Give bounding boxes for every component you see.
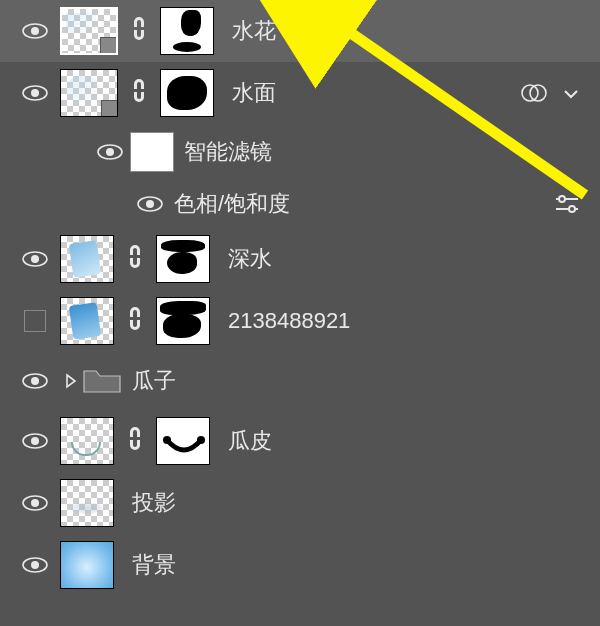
layer-thumbnail[interactable]: [60, 479, 114, 527]
smart-filter-group[interactable]: 智能滤镜: [0, 124, 600, 180]
eye-icon: [22, 433, 48, 449]
visibility-toggle[interactable]: [10, 310, 60, 332]
layer-name[interactable]: 背景: [132, 550, 176, 580]
link-icon[interactable]: [122, 301, 148, 341]
smart-filter-item[interactable]: 色相/饱和度: [0, 180, 600, 228]
layer-mask[interactable]: [160, 69, 214, 117]
visibility-toggle[interactable]: [10, 85, 60, 101]
layer-row-deepwater[interactable]: 深水: [0, 228, 600, 290]
svg-point-25: [31, 561, 39, 569]
link-icon[interactable]: [126, 73, 152, 113]
layer-name[interactable]: 瓜皮: [228, 426, 272, 456]
folder-icon: [82, 366, 122, 396]
filter-mask-thumbnail[interactable]: [130, 132, 174, 172]
svg-point-9: [146, 200, 154, 208]
svg-point-20: [163, 436, 171, 444]
layer-content: 背景: [60, 541, 600, 589]
layer-thumbnail[interactable]: [60, 7, 118, 55]
svg-point-12: [559, 196, 565, 202]
layer-name[interactable]: 瓜子: [132, 366, 176, 396]
svg-point-19: [31, 437, 39, 445]
filter-name[interactable]: 色相/饱和度: [174, 189, 290, 219]
eye-icon: [22, 23, 48, 39]
layer-mask[interactable]: [156, 235, 210, 283]
layer-mask[interactable]: [156, 297, 210, 345]
svg-point-1: [31, 27, 39, 35]
svg-point-23: [31, 499, 39, 507]
filter-group-label: 智能滤镜: [184, 137, 272, 167]
layer-content: 水花: [60, 7, 600, 55]
eye-icon: [22, 85, 48, 101]
visibility-toggle[interactable]: [10, 557, 60, 573]
layer-thumbnail[interactable]: [60, 69, 118, 117]
layer-group-seeds[interactable]: 瓜子: [0, 352, 600, 410]
eye-icon: [22, 373, 48, 389]
filter-settings-icon[interactable]: [554, 194, 580, 214]
expand-chevron-icon[interactable]: [60, 370, 82, 392]
visibility-toggle[interactable]: [10, 251, 60, 267]
layer-name[interactable]: 水面: [232, 78, 276, 108]
layer-thumbnail[interactable]: [60, 417, 114, 465]
layer-row-background[interactable]: 背景: [0, 534, 600, 596]
layer-content: 投影: [60, 479, 600, 527]
eye-icon: [22, 557, 48, 573]
layer-thumbnail[interactable]: [60, 297, 114, 345]
svg-point-7: [106, 148, 114, 156]
visibility-toggle[interactable]: [130, 196, 170, 212]
layer-content: 水面: [60, 69, 600, 117]
svg-point-21: [197, 436, 205, 444]
layer-name[interactable]: 深水: [228, 244, 272, 274]
svg-point-13: [569, 206, 575, 212]
eye-icon: [97, 144, 123, 160]
layer-row-surface[interactable]: 水面: [0, 62, 600, 124]
layer-thumbnail[interactable]: [60, 235, 114, 283]
svg-point-17: [31, 377, 39, 385]
layer-mask[interactable]: [160, 7, 214, 55]
link-icon[interactable]: [122, 239, 148, 279]
eye-icon: [22, 495, 48, 511]
layer-name[interactable]: 水花: [232, 16, 276, 46]
visibility-toggle[interactable]: [10, 373, 60, 389]
visibility-off-icon: [24, 310, 46, 332]
link-icon[interactable]: [126, 11, 152, 51]
visibility-toggle[interactable]: [10, 495, 60, 511]
layer-content: 2138488921: [60, 297, 600, 345]
layer-name[interactable]: 2138488921: [228, 308, 350, 334]
layer-row-splash[interactable]: 水花: [0, 0, 600, 62]
smart-object-badge: [101, 100, 117, 116]
blend-mode-icon[interactable]: [520, 82, 548, 104]
visibility-toggle[interactable]: [10, 23, 60, 39]
layer-row-rind[interactable]: 瓜皮: [0, 410, 600, 472]
visibility-toggle[interactable]: [90, 144, 130, 160]
layer-content: 瓜皮: [60, 417, 600, 465]
svg-point-15: [31, 255, 39, 263]
smart-object-badge: [100, 37, 116, 53]
eye-icon: [22, 251, 48, 267]
visibility-toggle[interactable]: [10, 433, 60, 449]
svg-point-3: [31, 89, 39, 97]
layer-row-numeric[interactable]: 2138488921: [0, 290, 600, 352]
eye-icon: [137, 196, 163, 212]
layer-content: 深水: [60, 235, 600, 283]
layer-mask[interactable]: [156, 417, 210, 465]
link-icon[interactable]: [122, 421, 148, 461]
layer-name[interactable]: 投影: [132, 488, 176, 518]
layers-panel: 水花 水面: [0, 0, 600, 596]
layer-row-shadow[interactable]: 投影: [0, 472, 600, 534]
layer-thumbnail[interactable]: [60, 541, 114, 589]
collapse-chevron-icon[interactable]: [562, 84, 580, 102]
